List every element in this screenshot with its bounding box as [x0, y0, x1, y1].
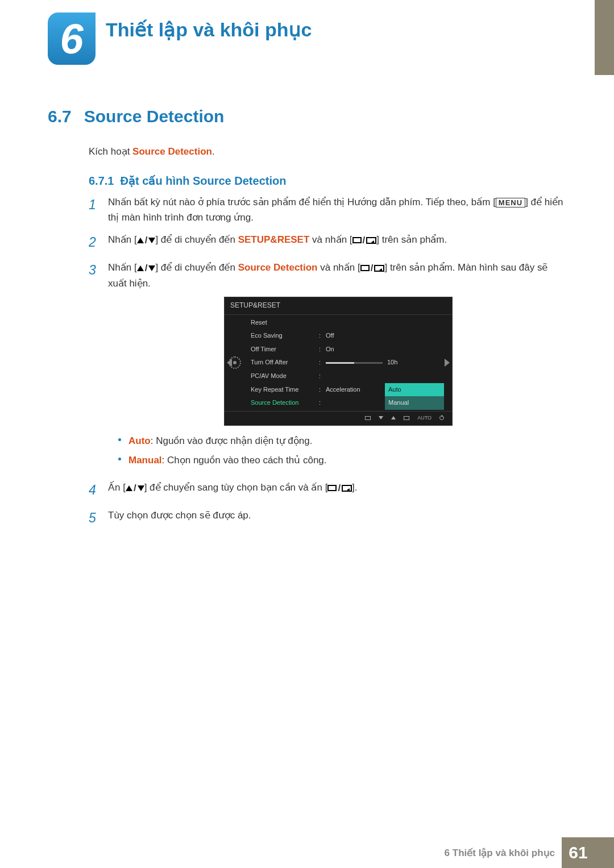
osd-label: PC/AV Mode — [251, 371, 319, 381]
select-enter-icon: / — [327, 480, 352, 496]
step-number: 3 — [89, 260, 100, 473]
intro-suffix: . — [212, 146, 215, 157]
text: Nhấn bất kỳ nút nào ở phía trước sản phẩ… — [108, 197, 496, 207]
slider-track — [326, 362, 383, 364]
text: Ấn [ — [108, 482, 126, 493]
text: Nhấn [ — [108, 234, 137, 245]
bullet-desc: : Chọn nguồn vào theo cách thủ công. — [162, 455, 327, 466]
steps-list: 1 Nhấn bất kỳ nút nào ở phía trước sản p… — [89, 194, 569, 535]
osd-enter-icon — [404, 416, 409, 420]
chapter-header: 6 Thiết lập và khôi phục — [48, 13, 312, 65]
text: ] để di chuyển đến — [155, 234, 238, 245]
up-down-icon: / — [137, 260, 156, 276]
subsection-heading: 6.7.1 Đặt cấu hình Source Detection — [89, 174, 286, 188]
step-number: 1 — [89, 194, 100, 225]
section-number: 6.7 — [48, 107, 72, 126]
osd-down-icon — [379, 416, 383, 420]
bullet-label: Auto — [128, 435, 151, 446]
text: ] để chuyển sang tùy chọn bạn cần và ấn … — [144, 482, 328, 493]
osd-auto-label: AUTO — [417, 414, 432, 422]
step-number: 2 — [89, 232, 100, 253]
osd-label: Key Repeat Time — [251, 385, 319, 395]
intro-prefix: Kích hoạt — [89, 146, 132, 157]
select-enter-icon: / — [360, 260, 385, 276]
text: ]. — [352, 482, 357, 493]
osd-row: Off Timer:On — [245, 343, 452, 356]
step-3: 3 Nhấn [/] để di chuyển đến Source Detec… — [89, 260, 569, 473]
osd-row: Turn Off After:10h — [245, 356, 452, 369]
osd-label: Turn Off After — [251, 358, 319, 368]
text: và nhấn [ — [309, 234, 352, 245]
intro-feature: Source Detection — [132, 146, 212, 157]
step-body: Nhấn [/] để di chuyển đến SETUP&RESET và… — [108, 232, 569, 253]
osd-nav-left-icon — [227, 359, 232, 367]
osd-value: On — [326, 344, 446, 355]
osd-power-icon — [439, 416, 444, 420]
step-body: Ấn [/] để chuyển sang tùy chọn bạn cần v… — [108, 480, 569, 501]
section-title: Source Detection — [84, 107, 225, 126]
osd-footer: AUTO — [225, 411, 452, 425]
osd-label: Reset — [251, 318, 319, 328]
osd-nav-right-icon — [445, 359, 450, 367]
osd-value: 10h — [326, 358, 446, 368]
text: và nhấn [ — [318, 262, 360, 273]
bullet-item: Manual: Chọn nguồn vào theo cách thủ côn… — [118, 453, 569, 468]
text: Nhấn [ — [108, 262, 137, 273]
chapter-badge: 6 — [48, 13, 96, 65]
footer-stripe — [595, 837, 614, 868]
footer-chapter-label: 6 Thiết lập và khôi phục — [445, 847, 555, 859]
subsection-number: 6.7.1 — [89, 175, 114, 187]
osd-option-active: Auto — [385, 383, 444, 397]
osd-up-icon — [391, 416, 396, 420]
text: ] để di chuyển đến — [155, 262, 238, 273]
menu-key: MENU — [496, 198, 525, 207]
text: ] trên sản phẩm. — [376, 234, 447, 245]
step-4: 4 Ấn [/] để chuyển sang tùy chọn bạn cần… — [89, 480, 569, 501]
osd-value: Off — [326, 331, 446, 341]
side-stripe — [595, 0, 614, 75]
chapter-title: Thiết lập và khôi phục — [106, 18, 312, 41]
up-down-icon: / — [137, 232, 156, 248]
bullet-list: Auto: Nguồn vào được nhận diện tự động. … — [118, 434, 569, 467]
up-down-icon: / — [126, 480, 144, 496]
bullet-label: Manual — [128, 455, 162, 466]
osd-option: Manual — [385, 396, 444, 410]
accent-text: SETUP&RESET — [238, 234, 310, 245]
step-5: 5 Tùy chọn được chọn sẽ được áp. — [89, 508, 569, 529]
slider-fill — [326, 362, 354, 364]
osd-screenshot: SETUP&RESET Reset Eco Saving:Off Off Tim… — [224, 297, 453, 426]
step-body: Tùy chọn được chọn sẽ được áp. — [108, 508, 569, 529]
select-enter-icon: / — [352, 232, 377, 248]
step-2: 2 Nhấn [/] để di chuyển đến SETUP&RESET … — [89, 232, 569, 253]
step-body: Nhấn bất kỳ nút nào ở phía trước sản phẩ… — [108, 194, 569, 225]
osd-title: SETUP&RESET — [225, 297, 452, 314]
osd-row: PC/AV Mode: — [245, 369, 452, 383]
section-heading: 6.7 Source Detection — [48, 107, 224, 126]
step-number: 4 — [89, 480, 100, 501]
osd-label: Eco Saving — [251, 331, 319, 341]
step-number: 5 — [89, 508, 100, 529]
intro-text: Kích hoạt Source Detection. — [89, 146, 215, 157]
subsection-title: Đặt cấu hình Source Detection — [121, 175, 287, 187]
page-number: 61 — [562, 837, 595, 868]
page-footer: 6 Thiết lập và khôi phục 61 — [0, 837, 595, 868]
bullet-desc: : Nguồn vào được nhận diện tự động. — [151, 435, 313, 446]
step-1: 1 Nhấn bất kỳ nút nào ở phía trước sản p… — [89, 194, 569, 225]
osd-rows: Reset Eco Saving:Off Off Timer:On Turn O… — [245, 315, 452, 411]
accent-text: Source Detection — [238, 262, 318, 273]
osd-dropdown: Auto Manual — [385, 383, 444, 410]
osd-label: Off Timer — [251, 344, 319, 355]
osd-value-text: 10h — [387, 359, 397, 366]
step-body: Nhấn [/] để di chuyển đến Source Detecti… — [108, 260, 569, 473]
bullet-item: Auto: Nguồn vào được nhận diện tự động. — [118, 434, 569, 448]
osd-row: Eco Saving:Off — [245, 329, 452, 343]
osd-back-icon — [365, 416, 371, 420]
osd-row: Reset — [245, 316, 452, 330]
osd-label: Source Detection — [251, 398, 319, 408]
